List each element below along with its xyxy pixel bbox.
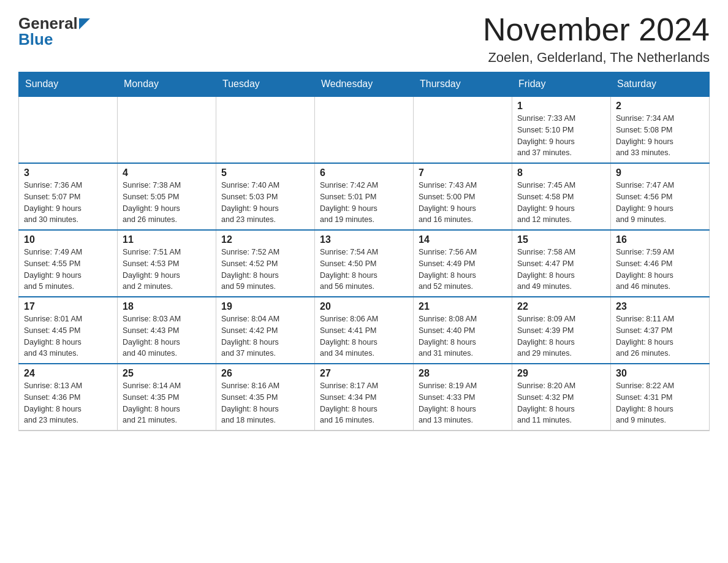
day-info: Sunrise: 8:09 AM Sunset: 4:39 PM Dayligh… — [517, 315, 575, 358]
day-number: 14 — [419, 234, 507, 245]
calendar-cell: 29Sunrise: 8:20 AM Sunset: 4:32 PM Dayli… — [512, 364, 611, 431]
logo: General Blue — [18, 12, 90, 47]
day-number: 16 — [616, 234, 704, 245]
calendar-cell: 17Sunrise: 8:01 AM Sunset: 4:45 PM Dayli… — [19, 297, 118, 364]
day-number: 27 — [320, 368, 408, 379]
day-number: 30 — [616, 368, 704, 379]
logo-blue: Blue — [18, 31, 53, 47]
header: General Blue November 2024 Zoelen, Gelde… — [18, 12, 710, 66]
day-number: 17 — [24, 301, 112, 312]
day-number: 12 — [221, 234, 309, 245]
day-number: 23 — [616, 301, 704, 312]
day-number: 28 — [419, 368, 507, 379]
week-row-1: 1Sunrise: 7:33 AM Sunset: 5:10 PM Daylig… — [19, 96, 710, 163]
svg-marker-0 — [79, 18, 90, 29]
day-info: Sunrise: 7:45 AM Sunset: 4:58 PM Dayligh… — [517, 181, 575, 224]
calendar-cell: 10Sunrise: 7:49 AM Sunset: 4:55 PM Dayli… — [19, 230, 118, 297]
calendar-header: SundayMondayTuesdayWednesdayThursdayFrid… — [19, 72, 710, 97]
day-info: Sunrise: 7:56 AM Sunset: 4:49 PM Dayligh… — [419, 248, 477, 291]
month-title: November 2024 — [483, 12, 710, 47]
day-info: Sunrise: 7:49 AM Sunset: 4:55 PM Dayligh… — [24, 248, 82, 291]
day-number: 10 — [24, 234, 112, 245]
weekday-header-thursday: Thursday — [414, 72, 512, 97]
calendar-cell — [118, 96, 216, 163]
weekday-header-friday: Friday — [512, 72, 611, 97]
day-number: 25 — [123, 368, 211, 379]
weekday-header-tuesday: Tuesday — [216, 72, 315, 97]
day-info: Sunrise: 8:03 AM Sunset: 4:43 PM Dayligh… — [123, 315, 181, 358]
week-row-4: 17Sunrise: 8:01 AM Sunset: 4:45 PM Dayli… — [19, 297, 710, 364]
day-number: 15 — [517, 234, 605, 245]
day-number: 13 — [320, 234, 408, 245]
day-info: Sunrise: 7:43 AM Sunset: 5:00 PM Dayligh… — [419, 181, 477, 224]
day-info: Sunrise: 7:40 AM Sunset: 5:03 PM Dayligh… — [221, 181, 279, 224]
calendar-cell — [414, 96, 512, 163]
day-info: Sunrise: 7:51 AM Sunset: 4:53 PM Dayligh… — [123, 248, 181, 291]
logo-triangle-icon — [79, 18, 90, 29]
day-info: Sunrise: 7:54 AM Sunset: 4:50 PM Dayligh… — [320, 248, 378, 291]
day-info: Sunrise: 8:06 AM Sunset: 4:41 PM Dayligh… — [320, 315, 378, 358]
calendar-cell — [19, 96, 118, 163]
calendar-cell: 28Sunrise: 8:19 AM Sunset: 4:33 PM Dayli… — [414, 364, 512, 431]
calendar-cell: 20Sunrise: 8:06 AM Sunset: 4:41 PM Dayli… — [315, 297, 414, 364]
weekday-header-wednesday: Wednesday — [315, 72, 414, 97]
day-info: Sunrise: 8:04 AM Sunset: 4:42 PM Dayligh… — [221, 315, 279, 358]
calendar-cell: 9Sunrise: 7:47 AM Sunset: 4:56 PM Daylig… — [611, 163, 710, 230]
calendar-cell: 13Sunrise: 7:54 AM Sunset: 4:50 PM Dayli… — [315, 230, 414, 297]
day-info: Sunrise: 8:20 AM Sunset: 4:32 PM Dayligh… — [517, 381, 575, 424]
calendar-body: 1Sunrise: 7:33 AM Sunset: 5:10 PM Daylig… — [19, 96, 710, 431]
calendar-cell: 27Sunrise: 8:17 AM Sunset: 4:34 PM Dayli… — [315, 364, 414, 431]
day-number: 4 — [123, 167, 211, 178]
day-number: 22 — [517, 301, 605, 312]
calendar-cell: 22Sunrise: 8:09 AM Sunset: 4:39 PM Dayli… — [512, 297, 611, 364]
week-row-3: 10Sunrise: 7:49 AM Sunset: 4:55 PM Dayli… — [19, 230, 710, 297]
calendar-cell: 23Sunrise: 8:11 AM Sunset: 4:37 PM Dayli… — [611, 297, 710, 364]
weekday-header-row: SundayMondayTuesdayWednesdayThursdayFrid… — [19, 72, 710, 97]
calendar-cell: 3Sunrise: 7:36 AM Sunset: 5:07 PM Daylig… — [19, 163, 118, 230]
day-number: 11 — [123, 234, 211, 245]
day-info: Sunrise: 8:13 AM Sunset: 4:36 PM Dayligh… — [24, 381, 82, 424]
day-info: Sunrise: 7:38 AM Sunset: 5:05 PM Dayligh… — [123, 181, 181, 224]
calendar-cell: 7Sunrise: 7:43 AM Sunset: 5:00 PM Daylig… — [414, 163, 512, 230]
day-info: Sunrise: 7:42 AM Sunset: 5:01 PM Dayligh… — [320, 181, 378, 224]
calendar-table: SundayMondayTuesdayWednesdayThursdayFrid… — [18, 72, 710, 431]
calendar-cell: 14Sunrise: 7:56 AM Sunset: 4:49 PM Dayli… — [414, 230, 512, 297]
day-info: Sunrise: 7:59 AM Sunset: 4:46 PM Dayligh… — [616, 248, 674, 291]
calendar-cell: 21Sunrise: 8:08 AM Sunset: 4:40 PM Dayli… — [414, 297, 512, 364]
calendar-cell: 18Sunrise: 8:03 AM Sunset: 4:43 PM Dayli… — [118, 297, 216, 364]
calendar-cell: 6Sunrise: 7:42 AM Sunset: 5:01 PM Daylig… — [315, 163, 414, 230]
day-number: 5 — [221, 167, 309, 178]
day-number: 1 — [517, 101, 605, 112]
day-info: Sunrise: 8:22 AM Sunset: 4:31 PM Dayligh… — [616, 381, 674, 424]
calendar-cell: 1Sunrise: 7:33 AM Sunset: 5:10 PM Daylig… — [512, 96, 611, 163]
day-number: 9 — [616, 167, 704, 178]
day-number: 8 — [517, 167, 605, 178]
weekday-header-saturday: Saturday — [611, 72, 710, 97]
calendar-cell: 5Sunrise: 7:40 AM Sunset: 5:03 PM Daylig… — [216, 163, 315, 230]
title-area: November 2024 Zoelen, Gelderland, The Ne… — [483, 12, 710, 66]
calendar-cell: 2Sunrise: 7:34 AM Sunset: 5:08 PM Daylig… — [611, 96, 710, 163]
day-info: Sunrise: 8:17 AM Sunset: 4:34 PM Dayligh… — [320, 381, 378, 424]
day-info: Sunrise: 8:19 AM Sunset: 4:33 PM Dayligh… — [419, 381, 477, 424]
day-info: Sunrise: 8:11 AM Sunset: 4:37 PM Dayligh… — [616, 315, 674, 358]
day-number: 21 — [419, 301, 507, 312]
day-info: Sunrise: 7:47 AM Sunset: 4:56 PM Dayligh… — [616, 181, 674, 224]
day-info: Sunrise: 8:14 AM Sunset: 4:35 PM Dayligh… — [123, 381, 181, 424]
day-info: Sunrise: 7:58 AM Sunset: 4:47 PM Dayligh… — [517, 248, 575, 291]
day-number: 19 — [221, 301, 309, 312]
day-number: 29 — [517, 368, 605, 379]
day-number: 6 — [320, 167, 408, 178]
day-number: 7 — [419, 167, 507, 178]
calendar-cell: 19Sunrise: 8:04 AM Sunset: 4:42 PM Dayli… — [216, 297, 315, 364]
calendar-cell: 26Sunrise: 8:16 AM Sunset: 4:35 PM Dayli… — [216, 364, 315, 431]
calendar-cell: 24Sunrise: 8:13 AM Sunset: 4:36 PM Dayli… — [19, 364, 118, 431]
calendar-cell: 30Sunrise: 8:22 AM Sunset: 4:31 PM Dayli… — [611, 364, 710, 431]
week-row-2: 3Sunrise: 7:36 AM Sunset: 5:07 PM Daylig… — [19, 163, 710, 230]
day-number: 2 — [616, 101, 704, 112]
calendar-cell — [315, 96, 414, 163]
weekday-header-sunday: Sunday — [19, 72, 118, 97]
day-info: Sunrise: 7:34 AM Sunset: 5:08 PM Dayligh… — [616, 114, 674, 157]
day-number: 26 — [221, 368, 309, 379]
calendar-cell — [216, 96, 315, 163]
weekday-header-monday: Monday — [118, 72, 216, 97]
